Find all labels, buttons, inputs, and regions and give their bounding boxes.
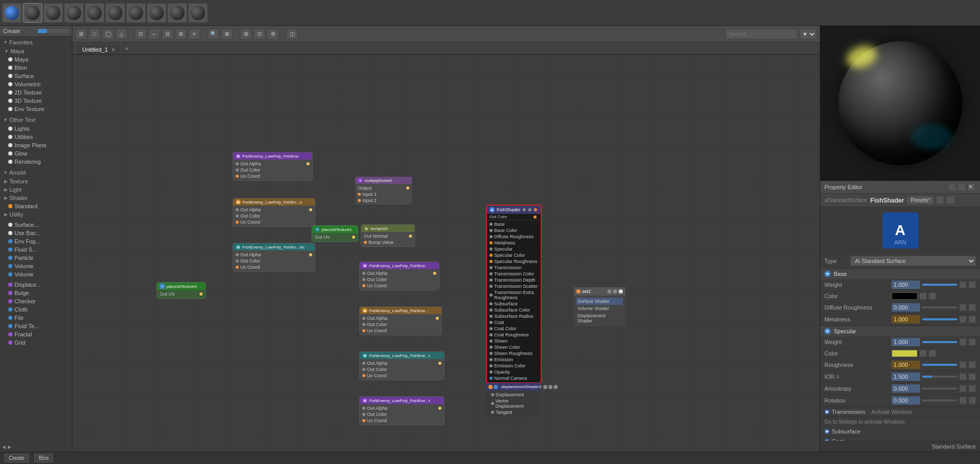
sidebar-item-blinn[interactable]: Blinn: [0, 64, 72, 72]
node-bump2d[interactable]: b bump2d2 Out Normal Bump Value: [361, 224, 415, 247]
toolbar-btn-align[interactable]: ◫: [286, 29, 298, 39]
base-color-btn[interactable]: [920, 292, 927, 300]
diffuse-roughness-btn2[interactable]: [969, 304, 976, 311]
other-text-header[interactable]: ▼ Other Text: [0, 115, 72, 125]
sidebar-item-2d-texture[interactable]: 2D Texture: [0, 88, 72, 97]
diffuse-roughness-slider[interactable]: [922, 306, 957, 308]
pe-title-btn1[interactable]: [936, 196, 944, 204]
node-texture-6[interactable]: M FishEnemy_LowPoly_FishEne...talness_Ut…: [359, 351, 445, 380]
metalness-slider[interactable]: [922, 318, 957, 320]
sidebar-item-checker[interactable]: Checker: [0, 297, 72, 305]
node-displacement[interactable]: displacementShader2 Displacement Vecto: [486, 383, 540, 416]
favorites-header[interactable]: ▼ Favorites: [0, 38, 72, 47]
node-fish-shader[interactable]: A FishShader Out Color Base: [486, 205, 542, 383]
node-texture-5[interactable]: M FishEnemy_LowPoly_FishEne...ughness_Ut…: [359, 306, 442, 335]
toolbar-btn-layout3[interactable]: ≡: [189, 29, 200, 39]
sidebar-item-image-plane[interactable]: Image Plane: [0, 141, 72, 149]
set2-volume-shader[interactable]: Volume Shader: [576, 305, 623, 312]
sidebar-item-fluid-shader[interactable]: Fluid S...: [0, 245, 72, 254]
spec-weight-slider[interactable]: [922, 341, 957, 343]
roughness-input[interactable]: [892, 361, 920, 369]
rotation-slider[interactable]: [922, 399, 957, 401]
anisotropy-input[interactable]: [892, 384, 920, 393]
sidebar-item-utilities[interactable]: Utilities: [0, 133, 72, 141]
bottom-tab-create[interactable]: Create: [4, 454, 29, 462]
presets-button[interactable]: Presets*: [907, 196, 934, 205]
section-subsurface-header[interactable]: ▶ Subsurface: [820, 427, 980, 437]
sidebar-item-rendering[interactable]: Rendering: [0, 158, 72, 166]
toolbar-btn-layout1[interactable]: ⊟: [162, 29, 173, 39]
sidebar-arrow-right[interactable]: ▶: [8, 444, 11, 450]
spec-weight-input[interactable]: [892, 338, 920, 346]
weight-icon-btn2[interactable]: [969, 281, 976, 288]
node-set2[interactable]: set2 Surface Shader Volume Shader: [574, 287, 625, 327]
weight-icon-btn[interactable]: [959, 281, 967, 288]
roughness-slider[interactable]: [922, 364, 957, 366]
spec-weight-btn2[interactable]: [969, 338, 976, 346]
material-ball-6[interactable]: [126, 3, 146, 23]
toolbar-btn-options[interactable]: ⚙: [267, 29, 279, 39]
ior-slider[interactable]: [922, 376, 957, 378]
toolbar-btn-grid[interactable]: ⊞: [240, 29, 252, 39]
bottom-tab-bins[interactable]: Bins: [34, 454, 53, 462]
sidebar-item-displace[interactable]: Displace...: [0, 281, 72, 289]
set2-surface-shader[interactable]: Surface Shader: [576, 298, 623, 305]
tab-untitled1[interactable]: Untitled_1 ✕: [76, 44, 121, 54]
ior-btn2[interactable]: [969, 373, 976, 380]
spec-color-swatch[interactable]: [892, 350, 917, 357]
tab-add-btn[interactable]: +: [121, 43, 133, 54]
sidebar-item-volumetric[interactable]: Volumetric: [0, 80, 72, 88]
toolbar-btn-layout2[interactable]: ⊞: [175, 29, 187, 39]
metalness-btn2[interactable]: [969, 316, 976, 323]
spec-color-btn[interactable]: [920, 350, 927, 357]
node-place2d-3[interactable]: + place2dTexture3 Out UV: [157, 282, 206, 299]
material-ball-3[interactable]: [64, 3, 84, 23]
material-ball-8[interactable]: [167, 3, 187, 23]
weight-input[interactable]: [892, 281, 920, 289]
tab-close-btn[interactable]: ✕: [111, 47, 115, 53]
spec-color-btn2[interactable]: [929, 350, 936, 357]
base-color-btn2[interactable]: [929, 292, 936, 300]
sidebar-item-surface-shader[interactable]: Surface...: [0, 221, 72, 229]
sidebar-item-use-background[interactable]: Use Bac...: [0, 229, 72, 237]
toolbar-btn-frame[interactable]: ⊞: [75, 29, 87, 39]
sidebar-item-volume[interactable]: Volume: [0, 262, 72, 270]
node-texture-4[interactable]: M FishEnemy_LowPoly_FishEne...lity - sRG…: [359, 261, 439, 290]
toolbar-btn-move[interactable]: ↔: [148, 29, 160, 39]
type-select[interactable]: Ai Standard Surface: [850, 256, 976, 266]
node-texture-7[interactable]: M FishEnemy_LowPoly_FishEne...Height_Uti…: [359, 396, 445, 425]
pe-btn-2[interactable]: [958, 183, 966, 191]
rotation-input[interactable]: [892, 396, 920, 405]
sidebar-item-cloth[interactable]: Cloth: [0, 305, 72, 314]
node-place2d-1[interactable]: + place2dTexture1 Out UV: [312, 225, 358, 242]
light-subsection[interactable]: ▶ Light: [0, 185, 72, 194]
roughness-btn[interactable]: [959, 361, 967, 368]
metalness-input[interactable]: [892, 315, 920, 323]
weight-slider[interactable]: [922, 284, 957, 286]
material-ball-4[interactable]: [85, 3, 104, 23]
spec-weight-btn[interactable]: [959, 338, 967, 346]
utility-subsection[interactable]: ▶ Utility: [0, 210, 72, 219]
toolbar-btn-zoom[interactable]: 🔍: [208, 29, 219, 39]
section-transmission-header[interactable]: ▶ Transmission Activate Windows: [820, 407, 980, 417]
node-texture-2[interactable]: M FishEnemy_LowPoly_FishEn...ody_AO_Util…: [233, 198, 315, 227]
node-multiply[interactable]: × multiplyDivide2 Output Input 1 Input 2: [355, 177, 412, 205]
material-ball-2[interactable]: [43, 3, 63, 23]
base-section-header[interactable]: ▼ Base: [820, 269, 980, 279]
diffuse-roughness-btn[interactable]: [959, 304, 967, 311]
sidebar-item-glow[interactable]: Glow: [0, 149, 72, 158]
anisotropy-btn2[interactable]: [969, 385, 976, 392]
roughness-btn2[interactable]: [969, 361, 976, 368]
section-coat-header[interactable]: ▶ Coat: [820, 437, 980, 441]
ior-input[interactable]: [892, 373, 920, 381]
material-ball-7[interactable]: [147, 3, 166, 23]
toolbar-btn-snap[interactable]: ⊡: [254, 29, 265, 39]
toolbar-btn-fit[interactable]: ⊠: [221, 29, 233, 39]
anisotropy-slider[interactable]: [922, 388, 957, 390]
specular-section-header[interactable]: ▼ Specular: [820, 326, 980, 336]
toolbar-btn-rect[interactable]: □: [89, 29, 100, 39]
sidebar-item-lights[interactable]: Lights: [0, 125, 72, 133]
material-ball-9[interactable]: [188, 3, 208, 23]
sidebar-item-grid[interactable]: Grid: [0, 338, 72, 347]
maya-subsection[interactable]: ▼ Maya: [0, 47, 72, 55]
